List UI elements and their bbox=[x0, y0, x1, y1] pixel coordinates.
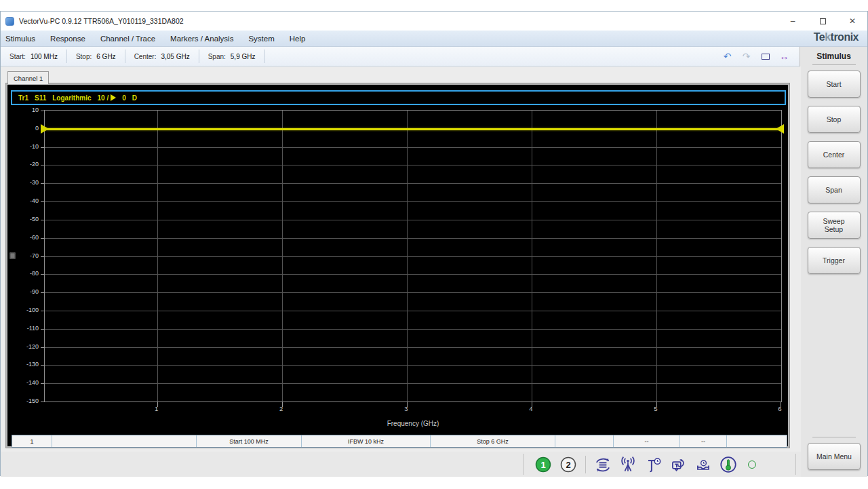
tab-channel-1[interactable]: Channel 1 bbox=[7, 71, 49, 84]
stop-frequency-field[interactable]: Stop: 6 GHz bbox=[67, 47, 125, 66]
start-frequency-field[interactable]: Start: 100 MHz bbox=[1, 47, 66, 66]
menu-markers-analysis[interactable]: Markers / Analysis bbox=[163, 31, 241, 46]
x-tick-label: 5 bbox=[654, 405, 657, 412]
sweep-setup-button[interactable]: Sweep Setup bbox=[808, 212, 861, 239]
menu-response[interactable]: Response bbox=[43, 31, 93, 46]
status-stop: Stop 6 GHz bbox=[431, 435, 555, 447]
status-dash-2: -- bbox=[680, 435, 727, 447]
zoom-window-icon[interactable] bbox=[758, 50, 772, 64]
plot-area[interactable] bbox=[44, 110, 782, 402]
svg-text:2: 2 bbox=[566, 459, 570, 469]
status-ifbw: IFBW 10 kHz bbox=[302, 435, 431, 447]
status-cell bbox=[555, 435, 614, 447]
sidebar-title: Stimulus bbox=[800, 52, 867, 61]
status-trace-number: 1 bbox=[12, 435, 52, 447]
maximize-icon bbox=[820, 18, 826, 24]
stimulus-sidebar: Stimulus Start Stop Center Span Sweep Se… bbox=[800, 47, 867, 477]
x-tick-label: 2 bbox=[279, 405, 283, 412]
statusbar-separator bbox=[585, 456, 586, 473]
bottom-status-bar: 1 2 bbox=[1, 452, 801, 477]
sweep-status-row: 1 Start 100 MHz IFBW 10 kHz Stop 6 GHz -… bbox=[12, 435, 787, 448]
trace-header[interactable]: Tr1 S11 Logarithmic 10 / 0 D bbox=[11, 90, 786, 105]
channel-2-indicator[interactable]: 2 bbox=[559, 455, 578, 474]
menu-channel-trace[interactable]: Channel / Trace bbox=[93, 31, 163, 46]
tektronix-logo: Tektronix bbox=[814, 31, 859, 43]
redo-icon[interactable]: ↷ bbox=[739, 50, 753, 64]
svg-text:1: 1 bbox=[540, 459, 545, 469]
chart-panel: Tr1 S11 Logarithmic 10 / 0 D 100-10-20-3… bbox=[6, 83, 789, 448]
y-tick-label: -150 bbox=[26, 397, 39, 405]
main-menu-button[interactable]: Main Menu bbox=[808, 443, 861, 470]
y-tick-label: -140 bbox=[26, 379, 39, 387]
y-axis-labels: 100-10-20-30-40-50-60-70-80-90-100-110-1… bbox=[7, 110, 44, 402]
maximize-button[interactable] bbox=[808, 12, 837, 31]
span-frequency-field[interactable]: Span: 5,9 GHz bbox=[199, 47, 264, 66]
scale-indicator-icon bbox=[9, 252, 16, 259]
toolbar-separator bbox=[264, 50, 265, 63]
main-area: Channel 1 Tr1 S11 Logarithmic 10 / 0 D 1… bbox=[1, 66, 801, 477]
frequency-toolbar: Start: 100 MHz Stop: 6 GHz Center: 3,05 … bbox=[1, 47, 801, 66]
y-tick-label: -110 bbox=[27, 325, 39, 332]
stop-button[interactable]: Stop bbox=[808, 106, 861, 133]
trace-ref-unit: D bbox=[132, 94, 137, 102]
undo-icon[interactable]: ↶ bbox=[720, 50, 734, 64]
status-start: Start 100 MHz bbox=[197, 435, 302, 447]
y-tick-label: -100 bbox=[26, 307, 39, 314]
statusbar-separator bbox=[795, 454, 796, 475]
trace-name: Tr1 bbox=[18, 94, 28, 102]
x-tick-label: 4 bbox=[529, 405, 532, 412]
trace-tr1-s11 bbox=[45, 128, 781, 130]
trace-update-icon bbox=[669, 455, 688, 474]
app-window: VectorVu-PC 0.9.12 TTR506A_Y010119_331DA… bbox=[0, 11, 868, 476]
channel-1-indicator[interactable]: 1 bbox=[534, 455, 553, 474]
trace-parameter: S11 bbox=[35, 94, 46, 102]
y-tick-label: -80 bbox=[30, 270, 39, 277]
y-tick-label: 10 bbox=[32, 106, 39, 114]
y-tick-label: -70 bbox=[30, 252, 39, 260]
x-tick-label: 3 bbox=[404, 405, 408, 412]
center-button[interactable]: Center bbox=[808, 141, 861, 168]
close-button[interactable]: ✕ bbox=[837, 12, 867, 31]
y-tick-label: -130 bbox=[26, 361, 39, 368]
y-tick-label: -20 bbox=[30, 161, 39, 168]
x-axis-title: Frequency (GHz) bbox=[44, 420, 782, 427]
menu-system[interactable]: System bbox=[241, 31, 281, 46]
y-tick-label: -50 bbox=[30, 216, 39, 223]
app-icon bbox=[5, 17, 14, 26]
trace-format: Logarithmic bbox=[52, 94, 91, 102]
sidebar-divider bbox=[812, 64, 856, 65]
statusbar-separator bbox=[523, 454, 524, 475]
trace-end-marker-icon bbox=[776, 124, 784, 134]
y-tick-label: -90 bbox=[30, 288, 39, 296]
ready-indicator bbox=[748, 461, 756, 469]
status-cell bbox=[52, 435, 197, 447]
span-button[interactable]: Span bbox=[808, 176, 861, 203]
title-bar: VectorVu-PC 0.9.12 TTR506A_Y010119_331DA… bbox=[1, 12, 867, 31]
trigger-clock-icon bbox=[644, 455, 663, 474]
trigger-button[interactable]: Trigger bbox=[808, 247, 861, 274]
menu-bar: Stimulus Response Channel / Trace Marker… bbox=[1, 31, 867, 47]
status-cell bbox=[727, 435, 787, 447]
sidebar-divider bbox=[812, 437, 856, 437]
x-axis-labels: 123456 bbox=[44, 405, 782, 414]
y-tick-label: -40 bbox=[30, 197, 39, 205]
reference-marker-icon bbox=[111, 94, 116, 101]
y-tick-label: -60 bbox=[30, 234, 39, 241]
x-tick-label: 1 bbox=[155, 405, 158, 412]
x-tick-label: 6 bbox=[778, 405, 781, 412]
trace-ref-value: 0 bbox=[122, 94, 126, 102]
minimize-button[interactable]: – bbox=[778, 12, 808, 31]
trace-scale: 10 / bbox=[98, 94, 109, 102]
pan-arrows-icon[interactable]: ↔ bbox=[777, 50, 791, 64]
window-title: VectorVu-PC 0.9.12 TTR506A_Y010119_331DA… bbox=[19, 17, 184, 25]
status-dash-1: -- bbox=[614, 435, 680, 447]
y-tick-label: -30 bbox=[30, 179, 39, 187]
save-state-icon bbox=[694, 455, 713, 474]
y-tick-label: -120 bbox=[26, 343, 39, 351]
center-frequency-field[interactable]: Center: 3,05 GHz bbox=[125, 47, 199, 66]
y-tick-label: -10 bbox=[30, 143, 39, 151]
start-button[interactable]: Start bbox=[808, 71, 861, 98]
trace-start-marker-icon bbox=[41, 124, 49, 134]
menu-help[interactable]: Help bbox=[282, 31, 313, 46]
menu-stimulus[interactable]: Stimulus bbox=[1, 31, 43, 46]
